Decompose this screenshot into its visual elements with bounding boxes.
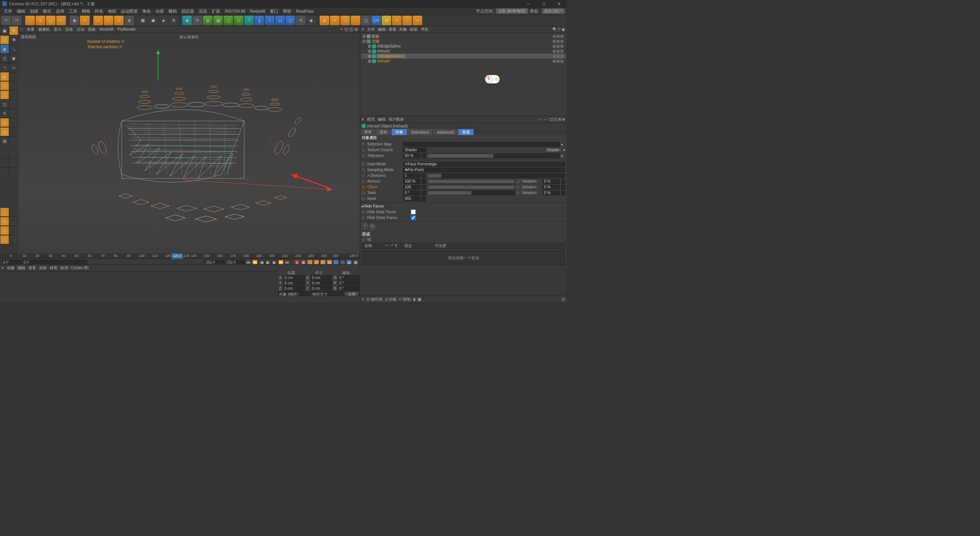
- menu-create[interactable]: 创建: [28, 8, 41, 14]
- texture-mode[interactable]: ◫: [0, 35, 9, 44]
- bt-step[interactable]: ◫ 步幅: [385, 297, 397, 302]
- l11[interactable]: [9, 149, 18, 159]
- l18[interactable]: [9, 226, 18, 235]
- object-tree[interactable]: ⊞能量 ⊟克隆 ⊞mtEdgeSpline ⊞mtInset ⊞mtEdgeSp…: [360, 33, 567, 116]
- tweak-mode[interactable]: ◉: [9, 54, 18, 63]
- tag-button[interactable]: ◉: [306, 16, 316, 25]
- recent-tool[interactable]: ◉: [70, 16, 79, 25]
- l2[interactable]: ┕: [0, 81, 9, 90]
- boole-generator[interactable]: ◎: [234, 16, 243, 25]
- offset-slider[interactable]: [427, 185, 515, 190]
- mm-select[interactable]: 选择: [39, 265, 47, 271]
- live-select[interactable]: ▢: [0, 208, 9, 217]
- l9[interactable]: [9, 136, 18, 145]
- vp-display[interactable]: 显示: [54, 27, 61, 32]
- maximize-button[interactable]: ◻: [536, 0, 551, 8]
- l8[interactable]: [9, 127, 18, 136]
- am-user[interactable]: 用户数据: [389, 117, 404, 122]
- mm-create[interactable]: 创建: [7, 265, 15, 271]
- om-search-icon[interactable]: 🔍: [552, 27, 557, 31]
- seed-field[interactable]: 455: [403, 196, 420, 201]
- bt-limit[interactable]: ⊓ 限制: [399, 297, 411, 302]
- snap-guide[interactable]: ▤: [0, 136, 9, 145]
- rect-select[interactable]: ↖: [0, 217, 9, 226]
- minimize-button[interactable]: ─: [521, 0, 536, 8]
- vp-nav-4[interactable]: ⊞: [354, 27, 358, 31]
- move-tool[interactable]: ✥: [36, 16, 45, 25]
- offset-field[interactable]: 100: [403, 185, 420, 190]
- xp-8[interactable]: ✦: [392, 16, 402, 25]
- menu-ext[interactable]: 扩展: [209, 8, 222, 14]
- snap-s[interactable]: S: [0, 90, 9, 100]
- hide-outer-checkbox[interactable]: [411, 215, 416, 220]
- vp-camera[interactable]: 摄像机: [38, 27, 50, 32]
- menu-file[interactable]: 文件: [2, 8, 15, 14]
- am-i2[interactable]: ◫: [554, 117, 557, 121]
- l10[interactable]: [0, 149, 9, 159]
- render-view[interactable]: ▦: [138, 16, 147, 25]
- vp-redshift[interactable]: Redshift: [100, 27, 114, 31]
- shader-button[interactable]: Shader: [545, 148, 562, 152]
- viewport-solo[interactable]: ◐: [0, 72, 9, 81]
- subdiv-generator[interactable]: ◍: [203, 16, 212, 25]
- menu-realflow[interactable]: RealFlow: [294, 9, 316, 13]
- edge-mode[interactable]: ＼: [9, 44, 18, 54]
- menu-help[interactable]: 帮助: [281, 8, 294, 14]
- ime-badge[interactable]: 🦌英: [485, 75, 500, 83]
- menu-character[interactable]: 角色: [140, 8, 153, 14]
- tab-advanced[interactable]: Advanced: [433, 129, 458, 135]
- xp-9[interactable]: ✧: [402, 16, 412, 25]
- point-mode[interactable]: ◉: [0, 44, 9, 54]
- l14[interactable]: [0, 168, 9, 177]
- snap-plane[interactable]: ▨: [0, 127, 9, 136]
- tab-selections[interactable]: Selections: [407, 129, 433, 135]
- snap-grid[interactable]: ◫: [0, 100, 9, 109]
- tolerance-field[interactable]: 50 %: [403, 154, 420, 158]
- am-back[interactable]: ←: [538, 117, 542, 121]
- menu-render[interactable]: 渲染: [196, 8, 209, 14]
- falloff-drop-area[interactable]: 双击创建一个新域: [362, 250, 565, 266]
- menu-edit[interactable]: 编辑: [15, 8, 28, 14]
- tab-basic[interactable]: 基本: [360, 129, 376, 135]
- timeline-ruler[interactable]: 125.0 0102030405060708090100110120130140…: [0, 253, 360, 259]
- tolerance-slider[interactable]: [427, 154, 560, 158]
- menu-redshift[interactable]: Redshift: [248, 9, 268, 13]
- am-i3[interactable]: ⊞: [558, 117, 561, 121]
- twist-slider[interactable]: [427, 191, 515, 195]
- size-z[interactable]: 0 cm: [311, 286, 332, 291]
- menu-tracker[interactable]: 跟踪器: [179, 8, 196, 14]
- vp-prorender[interactable]: ProRender: [118, 27, 136, 31]
- menu-mode[interactable]: 模式: [41, 8, 54, 14]
- l1[interactable]: [9, 72, 18, 81]
- menu-mograph[interactable]: 运动图形: [119, 8, 140, 14]
- amount-slider[interactable]: [427, 179, 515, 184]
- l19[interactable]: [9, 235, 18, 244]
- om-eye-icon[interactable]: ◉: [562, 27, 565, 31]
- xp-7[interactable]: ⬢: [382, 16, 391, 25]
- am-lock[interactable]: ⊕: [562, 117, 565, 121]
- vp-view[interactable]: 查看: [27, 27, 34, 32]
- select-tool[interactable]: ⬚: [25, 16, 35, 25]
- pos-x[interactable]: 0 cm: [283, 275, 305, 280]
- twist-var[interactable]: 0 %: [542, 191, 560, 195]
- render-pv[interactable]: ◈: [158, 16, 168, 25]
- am-edit[interactable]: 编辑: [378, 117, 385, 122]
- l7[interactable]: [9, 118, 18, 127]
- falloff-circle-1[interactable]: ?: [362, 223, 368, 229]
- xp-3[interactable]: ⬡: [340, 16, 350, 25]
- render-region[interactable]: ▣: [148, 16, 158, 25]
- bt-extra[interactable]: ◐ ▦: [413, 297, 421, 301]
- xp-2[interactable]: ✦: [330, 16, 340, 25]
- extrude-generator[interactable]: ◫: [224, 16, 233, 25]
- spin[interactable]: [422, 154, 426, 158]
- divisions-slider[interactable]: [427, 173, 565, 178]
- model-mode[interactable]: ▣: [0, 26, 9, 35]
- amount-field[interactable]: 100 %: [403, 179, 420, 184]
- undo-button[interactable]: ↶: [2, 16, 11, 25]
- vp-panel[interactable]: 面板: [88, 27, 96, 32]
- rot-b[interactable]: 0 °: [338, 286, 359, 291]
- menu-tools[interactable]: 工具: [67, 8, 80, 14]
- coord-mode-1[interactable]: 对象 (相对): [278, 291, 310, 296]
- xp-10[interactable]: ✦: [413, 16, 422, 25]
- am-fwd[interactable]: →: [542, 117, 546, 121]
